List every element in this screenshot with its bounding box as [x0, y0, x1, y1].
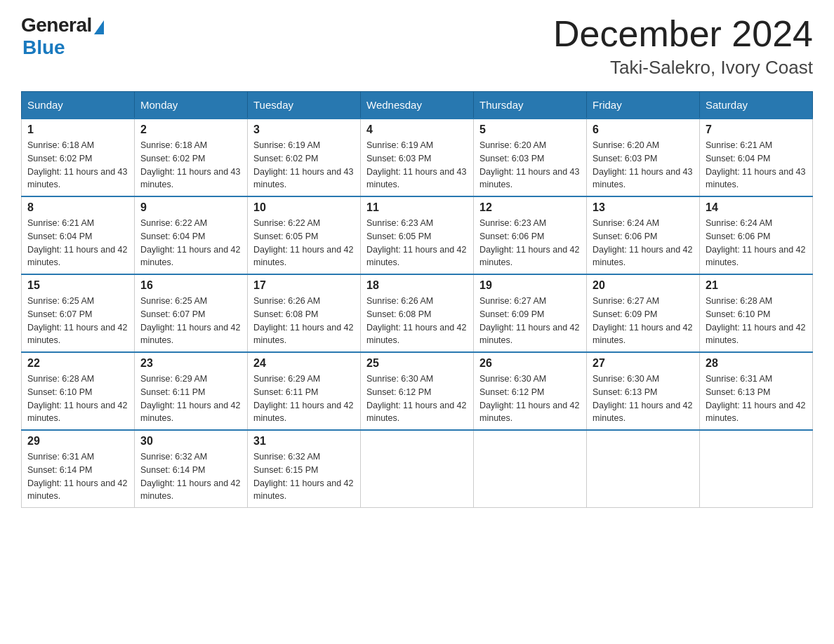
day-info: Sunrise: 6:28 AMSunset: 6:10 PMDaylight:… [706, 296, 805, 345]
day-number: 24 [253, 357, 355, 370]
day-info: Sunrise: 6:31 AMSunset: 6:13 PMDaylight:… [706, 374, 805, 423]
calendar-table: Sunday Monday Tuesday Wednesday Thursday… [21, 91, 813, 508]
day-info: Sunrise: 6:28 AMSunset: 6:10 PMDaylight:… [27, 374, 127, 423]
calendar-cell: 8 Sunrise: 6:21 AMSunset: 6:04 PMDayligh… [22, 196, 135, 274]
day-info: Sunrise: 6:20 AMSunset: 6:03 PMDaylight:… [593, 140, 692, 189]
day-info: Sunrise: 6:22 AMSunset: 6:05 PMDaylight:… [253, 218, 353, 267]
day-info: Sunrise: 6:30 AMSunset: 6:12 PMDaylight:… [366, 374, 466, 423]
calendar-cell: 4 Sunrise: 6:19 AMSunset: 6:03 PMDayligh… [361, 119, 474, 196]
calendar-header-row: Sunday Monday Tuesday Wednesday Thursday… [22, 92, 813, 119]
month-title: December 2024 [553, 14, 813, 54]
day-number: 3 [253, 123, 355, 136]
calendar-cell: 28 Sunrise: 6:31 AMSunset: 6:13 PMDaylig… [700, 352, 813, 430]
day-number: 1 [27, 123, 128, 136]
day-info: Sunrise: 6:21 AMSunset: 6:04 PMDaylight:… [706, 140, 805, 189]
day-number: 16 [140, 279, 241, 292]
day-number: 8 [27, 201, 128, 214]
day-info: Sunrise: 6:25 AMSunset: 6:07 PMDaylight:… [27, 296, 127, 345]
day-number: 31 [253, 435, 355, 448]
day-info: Sunrise: 6:19 AMSunset: 6:02 PMDaylight:… [253, 140, 353, 189]
day-info: Sunrise: 6:27 AMSunset: 6:09 PMDaylight:… [593, 296, 692, 345]
week-row-4: 22 Sunrise: 6:28 AMSunset: 6:10 PMDaylig… [22, 352, 813, 430]
day-number: 19 [479, 279, 581, 292]
day-info: Sunrise: 6:25 AMSunset: 6:07 PMDaylight:… [140, 296, 240, 345]
day-number: 11 [366, 201, 468, 214]
calendar-cell: 18 Sunrise: 6:26 AMSunset: 6:08 PMDaylig… [361, 274, 474, 352]
calendar-cell [361, 430, 474, 508]
calendar-cell: 16 Sunrise: 6:25 AMSunset: 6:07 PMDaylig… [135, 274, 248, 352]
day-number: 28 [706, 357, 807, 370]
day-number: 13 [593, 201, 694, 214]
col-friday: Friday [587, 92, 700, 119]
calendar-cell: 13 Sunrise: 6:24 AMSunset: 6:06 PMDaylig… [587, 196, 700, 274]
day-number: 14 [706, 201, 807, 214]
calendar-cell: 24 Sunrise: 6:29 AMSunset: 6:11 PMDaylig… [248, 352, 361, 430]
calendar-cell [700, 430, 813, 508]
day-number: 25 [366, 357, 468, 370]
calendar-cell: 14 Sunrise: 6:24 AMSunset: 6:06 PMDaylig… [700, 196, 813, 274]
col-wednesday: Wednesday [361, 92, 474, 119]
logo: General Blue [21, 14, 104, 59]
day-info: Sunrise: 6:30 AMSunset: 6:12 PMDaylight:… [479, 374, 579, 423]
location-title: Taki-Salekro, Ivory Coast [553, 57, 813, 79]
day-info: Sunrise: 6:20 AMSunset: 6:03 PMDaylight:… [479, 140, 579, 189]
col-tuesday: Tuesday [248, 92, 361, 119]
calendar-cell: 29 Sunrise: 6:31 AMSunset: 6:14 PMDaylig… [22, 430, 135, 508]
logo-general-text: General [21, 14, 92, 36]
day-info: Sunrise: 6:26 AMSunset: 6:08 PMDaylight:… [366, 296, 466, 345]
day-number: 23 [140, 357, 241, 370]
day-number: 5 [479, 123, 581, 136]
calendar-cell: 12 Sunrise: 6:23 AMSunset: 6:06 PMDaylig… [474, 196, 587, 274]
calendar-cell: 30 Sunrise: 6:32 AMSunset: 6:14 PMDaylig… [135, 430, 248, 508]
calendar-cell: 2 Sunrise: 6:18 AMSunset: 6:02 PMDayligh… [135, 119, 248, 196]
day-number: 10 [253, 201, 355, 214]
logo-blue-text: Blue [22, 36, 65, 59]
day-number: 27 [593, 357, 694, 370]
calendar-cell: 31 Sunrise: 6:32 AMSunset: 6:15 PMDaylig… [248, 430, 361, 508]
week-row-3: 15 Sunrise: 6:25 AMSunset: 6:07 PMDaylig… [22, 274, 813, 352]
day-info: Sunrise: 6:24 AMSunset: 6:06 PMDaylight:… [706, 218, 805, 267]
day-number: 18 [366, 279, 468, 292]
day-number: 29 [27, 435, 128, 448]
week-row-2: 8 Sunrise: 6:21 AMSunset: 6:04 PMDayligh… [22, 196, 813, 274]
calendar-cell: 11 Sunrise: 6:23 AMSunset: 6:05 PMDaylig… [361, 196, 474, 274]
day-info: Sunrise: 6:18 AMSunset: 6:02 PMDaylight:… [27, 140, 127, 189]
day-info: Sunrise: 6:24 AMSunset: 6:06 PMDaylight:… [593, 218, 692, 267]
calendar-cell: 22 Sunrise: 6:28 AMSunset: 6:10 PMDaylig… [22, 352, 135, 430]
day-number: 20 [593, 279, 694, 292]
col-saturday: Saturday [700, 92, 813, 119]
calendar-cell: 10 Sunrise: 6:22 AMSunset: 6:05 PMDaylig… [248, 196, 361, 274]
day-info: Sunrise: 6:29 AMSunset: 6:11 PMDaylight:… [140, 374, 240, 423]
logo-triangle-icon [94, 20, 104, 34]
calendar-cell: 6 Sunrise: 6:20 AMSunset: 6:03 PMDayligh… [587, 119, 700, 196]
col-thursday: Thursday [474, 92, 587, 119]
day-info: Sunrise: 6:31 AMSunset: 6:14 PMDaylight:… [27, 452, 127, 501]
calendar-cell [474, 430, 587, 508]
col-monday: Monday [135, 92, 248, 119]
calendar-cell: 19 Sunrise: 6:27 AMSunset: 6:09 PMDaylig… [474, 274, 587, 352]
day-number: 9 [140, 201, 241, 214]
calendar-cell: 7 Sunrise: 6:21 AMSunset: 6:04 PMDayligh… [700, 119, 813, 196]
calendar-cell: 1 Sunrise: 6:18 AMSunset: 6:02 PMDayligh… [22, 119, 135, 196]
day-info: Sunrise: 6:30 AMSunset: 6:13 PMDaylight:… [593, 374, 692, 423]
week-row-5: 29 Sunrise: 6:31 AMSunset: 6:14 PMDaylig… [22, 430, 813, 508]
day-number: 6 [593, 123, 694, 136]
day-number: 12 [479, 201, 581, 214]
day-number: 26 [479, 357, 581, 370]
day-number: 15 [27, 279, 128, 292]
day-info: Sunrise: 6:22 AMSunset: 6:04 PMDaylight:… [140, 218, 240, 267]
calendar-cell: 15 Sunrise: 6:25 AMSunset: 6:07 PMDaylig… [22, 274, 135, 352]
day-info: Sunrise: 6:19 AMSunset: 6:03 PMDaylight:… [366, 140, 466, 189]
calendar-cell: 23 Sunrise: 6:29 AMSunset: 6:11 PMDaylig… [135, 352, 248, 430]
calendar-cell: 25 Sunrise: 6:30 AMSunset: 6:12 PMDaylig… [361, 352, 474, 430]
day-info: Sunrise: 6:32 AMSunset: 6:15 PMDaylight:… [253, 452, 353, 501]
day-info: Sunrise: 6:26 AMSunset: 6:08 PMDaylight:… [253, 296, 353, 345]
day-number: 7 [706, 123, 807, 136]
calendar-cell: 9 Sunrise: 6:22 AMSunset: 6:04 PMDayligh… [135, 196, 248, 274]
calendar-cell: 3 Sunrise: 6:19 AMSunset: 6:02 PMDayligh… [248, 119, 361, 196]
calendar-cell: 20 Sunrise: 6:27 AMSunset: 6:09 PMDaylig… [587, 274, 700, 352]
day-number: 22 [27, 357, 128, 370]
calendar-cell: 5 Sunrise: 6:20 AMSunset: 6:03 PMDayligh… [474, 119, 587, 196]
col-sunday: Sunday [22, 92, 135, 119]
title-area: December 2024 Taki-Salekro, Ivory Coast [553, 14, 813, 79]
